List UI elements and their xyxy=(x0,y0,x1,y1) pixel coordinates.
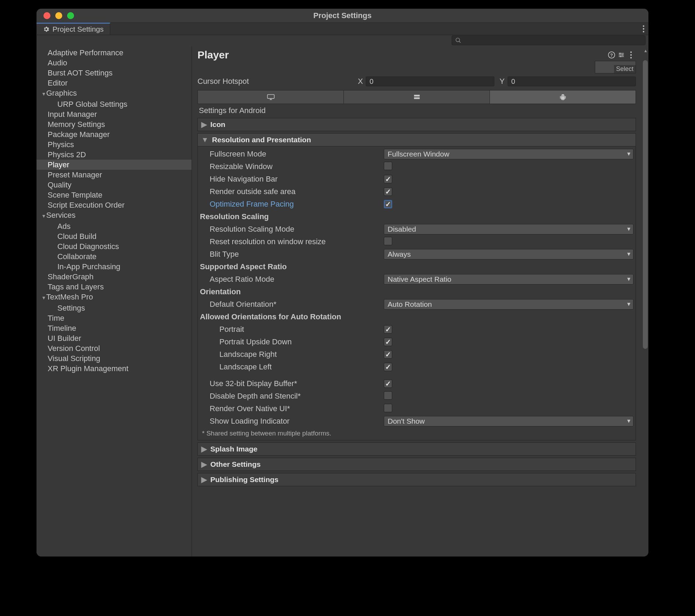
window-title: Project Settings xyxy=(37,11,648,20)
resolution-scaling-mode-select[interactable]: Disabled xyxy=(384,224,633,234)
sidebar-item-label: Memory Settings xyxy=(48,120,105,129)
svg-point-10 xyxy=(630,57,632,58)
default-orientation-label: Default Orientation* xyxy=(210,300,276,309)
render-over-native-label: Render Over Native UI* xyxy=(210,404,290,413)
loading-indicator-select[interactable]: Don't Show xyxy=(384,416,633,426)
sidebar-item-adaptive-performance[interactable]: Adaptive Performance xyxy=(37,48,192,58)
platform-tab-standalone[interactable] xyxy=(198,90,344,104)
help-button[interactable]: ? xyxy=(607,50,616,60)
help-icon: ? xyxy=(608,51,615,59)
triangle-down-icon: ▼ xyxy=(41,89,46,99)
aspect-ratio-mode-select[interactable]: Native Aspect Ratio xyxy=(384,274,633,285)
sidebar-item-input-manager[interactable]: Input Manager xyxy=(37,109,192,119)
form: Cursor Hotspot X Y xyxy=(192,76,641,490)
sidebar-item-preset-manager[interactable]: Preset Manager xyxy=(37,170,192,180)
panel-resolution-header[interactable]: ▼ Resolution and Presentation xyxy=(198,134,636,146)
panel-icon-header[interactable]: ▶ Icon xyxy=(198,118,636,131)
sidebar-item-label: Editor xyxy=(48,79,67,87)
panel-publishing-title: Publishing Settings xyxy=(210,475,278,484)
settings-category-sidebar[interactable]: Adaptive PerformanceAudioBurst AOT Setti… xyxy=(37,46,192,557)
sidebar-item-audio[interactable]: Audio xyxy=(37,58,192,68)
sidebar-item-script-execution-order[interactable]: Script Execution Order xyxy=(37,200,192,210)
frame-pacing-checkbox[interactable] xyxy=(384,200,392,208)
gear-icon xyxy=(43,26,50,33)
sidebar-item-label: Package Manager xyxy=(48,130,110,139)
render-outside-label: Render outside safe area xyxy=(210,187,296,196)
sidebar-item-scene-template[interactable]: Scene Template xyxy=(37,190,192,200)
sidebar-item-memory-settings[interactable]: Memory Settings xyxy=(37,119,192,129)
sidebar-item-time[interactable]: Time xyxy=(37,313,192,323)
maximize-button[interactable] xyxy=(67,12,74,19)
sidebar-item-ads[interactable]: Ads xyxy=(37,221,192,231)
content-scrollbar[interactable]: ▲ xyxy=(641,46,648,557)
portrait-upside-down-checkbox[interactable] xyxy=(384,338,392,346)
close-button[interactable] xyxy=(43,12,50,19)
cursor-x-input[interactable] xyxy=(366,77,494,86)
window-controls xyxy=(43,12,74,19)
sidebar-item-xr-plugin-management[interactable]: XR Plugin Management xyxy=(37,363,192,374)
cursor-y-input[interactable] xyxy=(508,77,636,86)
panel-other-header[interactable]: ▶ Other Settings xyxy=(198,458,636,471)
sidebar-item-collaborate[interactable]: Collaborate xyxy=(37,251,192,262)
sidebar-item-quality[interactable]: Quality xyxy=(37,180,192,190)
reset-resolution-checkbox[interactable] xyxy=(384,237,392,245)
scrollbar-thumb[interactable] xyxy=(643,60,648,349)
portrait-checkbox[interactable] xyxy=(384,325,392,334)
tab-project-settings[interactable]: Project Settings xyxy=(37,23,110,35)
sidebar-item-version-control[interactable]: Version Control xyxy=(37,343,192,353)
icon-thumbnail[interactable]: Select xyxy=(595,61,636,73)
sidebar-item-textmesh-pro[interactable]: ▼TextMesh Pro xyxy=(37,292,192,303)
fullscreen-mode-select[interactable]: Fullscreen Window xyxy=(384,149,633,159)
default-orientation-select[interactable]: Auto Rotation xyxy=(384,299,633,310)
hide-nav-checkbox[interactable] xyxy=(384,175,392,183)
landscape-left-checkbox[interactable] xyxy=(384,363,392,371)
render-outside-checkbox[interactable] xyxy=(384,187,392,196)
sidebar-item-label: Cloud Diagnostics xyxy=(57,242,119,251)
use-32bit-checkbox[interactable] xyxy=(384,379,392,388)
sidebar-item-settings[interactable]: Settings xyxy=(37,303,192,313)
tab-label: Project Settings xyxy=(52,25,104,33)
disable-depth-checkbox[interactable] xyxy=(384,391,392,400)
sidebar-item-urp-global-settings[interactable]: URP Global Settings xyxy=(37,99,192,109)
panel-splash: ▶ Splash Image xyxy=(197,442,636,456)
platform-tab-server[interactable] xyxy=(344,90,490,104)
sidebar-item-graphics[interactable]: ▼Graphics xyxy=(37,88,192,99)
svg-point-7 xyxy=(620,56,621,57)
render-over-native-checkbox[interactable] xyxy=(384,404,392,412)
panel-splash-header[interactable]: ▶ Splash Image xyxy=(198,443,636,455)
tab-overflow-menu[interactable] xyxy=(639,23,648,35)
sidebar-item-label: Ads xyxy=(57,222,71,231)
sidebar-item-label: Scene Template xyxy=(48,191,102,199)
sidebar-item-editor[interactable]: Editor xyxy=(37,78,192,88)
sidebar-item-cloud-build[interactable]: Cloud Build xyxy=(37,231,192,241)
header-overflow-menu[interactable] xyxy=(626,50,636,60)
sidebar-item-in-app-purchasing[interactable]: In-App Purchasing xyxy=(37,262,192,272)
platform-tab-android[interactable] xyxy=(490,90,636,104)
sidebar-item-burst-aot-settings[interactable]: Burst AOT Settings xyxy=(37,68,192,78)
sidebar-item-tags-and-layers[interactable]: Tags and Layers xyxy=(37,282,192,292)
portrait-upside-down-label: Portrait Upside Down xyxy=(219,337,292,346)
panel-resolution-title: Resolution and Presentation xyxy=(212,136,311,144)
sidebar-item-services[interactable]: ▼Services xyxy=(37,210,192,221)
sidebar-item-package-manager[interactable]: Package Manager xyxy=(37,129,192,139)
sidebar-item-label: Quality xyxy=(48,181,71,189)
minimize-button[interactable] xyxy=(55,12,62,19)
search-input[interactable] xyxy=(452,35,646,45)
landscape-right-checkbox[interactable] xyxy=(384,350,392,359)
sidebar-item-cloud-diagnostics[interactable]: Cloud Diagnostics xyxy=(37,241,192,251)
sidebar-item-ui-builder[interactable]: UI Builder xyxy=(37,333,192,343)
svg-rect-13 xyxy=(414,97,419,99)
sidebar-item-label: Settings xyxy=(57,304,85,312)
sidebar-item-player[interactable]: Player xyxy=(37,160,192,170)
panel-publishing-header[interactable]: ▶ Publishing Settings xyxy=(198,473,636,486)
sidebar-item-label: Graphics xyxy=(46,89,77,97)
presets-button[interactable] xyxy=(616,50,626,60)
blit-type-select[interactable]: Always xyxy=(384,249,633,259)
sidebar-item-physics-2d[interactable]: Physics 2D xyxy=(37,150,192,160)
sidebar-item-timeline[interactable]: Timeline xyxy=(37,323,192,333)
resizable-window-checkbox[interactable] xyxy=(384,162,392,170)
sidebar-item-physics[interactable]: Physics xyxy=(37,139,192,150)
sidebar-item-shadergraph[interactable]: ShaderGraph xyxy=(37,272,192,282)
sidebar-item-visual-scripting[interactable]: Visual Scripting xyxy=(37,353,192,363)
svg-point-9 xyxy=(630,54,632,56)
